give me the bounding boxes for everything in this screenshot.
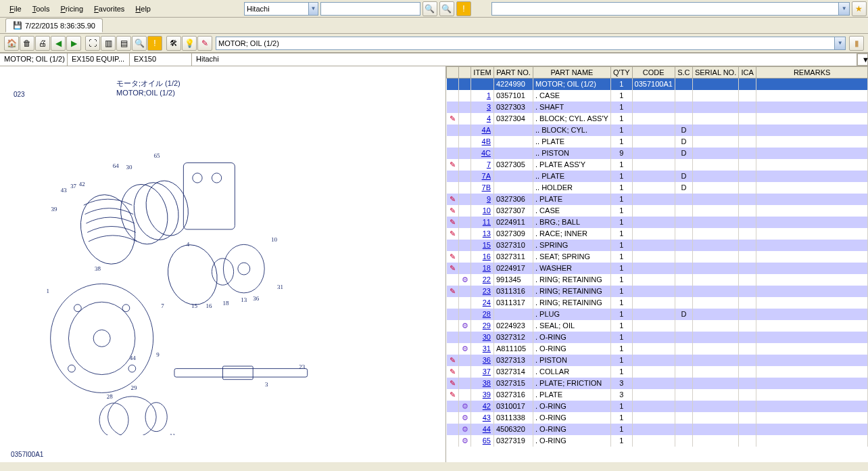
- table-row[interactable]: ✎130327309. RACE; INNER1: [447, 228, 868, 240]
- crumb-4[interactable]: Hitachi: [192, 53, 857, 66]
- table-row[interactable]: 28. PLUG1D: [447, 309, 868, 320]
- table-row[interactable]: 4C.. PISTON9D: [447, 148, 868, 159]
- search1-dropdown[interactable]: [320, 2, 420, 16]
- table-row[interactable]: ⚙22991345. RING; RETAINING1: [447, 274, 868, 286]
- menu-file[interactable]: File: [4, 3, 27, 15]
- table-row[interactable]: ⚙650327319. O-RING1: [447, 435, 868, 447]
- item-link[interactable]: 3: [487, 103, 491, 111]
- item-link[interactable]: 28: [483, 310, 491, 318]
- table-row[interactable]: 10357101. CASE1: [447, 90, 868, 102]
- diagram-pane[interactable]: 023 モータ;オイル (1/2) MOTOR;OIL (1/2) 0357I0…: [0, 66, 446, 462]
- table-row[interactable]: ✎230311316. RING; RETAINING1: [447, 286, 868, 297]
- item-link[interactable]: 13: [483, 229, 491, 238]
- bulb-icon[interactable]: 💡: [182, 36, 197, 51]
- menu-tools[interactable]: Tools: [27, 3, 55, 15]
- crumb-1[interactable]: MOTOR; OIL (1/2): [0, 53, 68, 66]
- table-row[interactable]: ✎90327306. PLATE1: [447, 194, 868, 205]
- table-row[interactable]: ✎370327314. COLLAR1: [447, 366, 868, 378]
- item-link[interactable]: 24: [483, 298, 491, 307]
- item-link[interactable]: 36: [483, 356, 491, 364]
- item-link[interactable]: 7B: [482, 183, 491, 192]
- item-link[interactable]: 4A: [482, 126, 491, 134]
- crumb-3[interactable]: EX150: [130, 53, 192, 66]
- th-partno[interactable]: PART NO.: [494, 67, 533, 78]
- table-row[interactable]: ⚙430311338. O-RING1: [447, 412, 868, 424]
- item-link[interactable]: 15: [483, 241, 491, 249]
- table-row[interactable]: 7A.. PLATE1D: [447, 171, 868, 182]
- item-link[interactable]: 4B: [482, 137, 491, 145]
- th-ica[interactable]: ICA: [739, 67, 756, 78]
- th-serial[interactable]: SERIAL NO.: [692, 67, 738, 78]
- th-code[interactable]: CODE: [632, 67, 675, 78]
- item-link[interactable]: 39: [483, 390, 491, 399]
- table-row[interactable]: ⚙31A811105. O-RING1: [447, 343, 868, 355]
- item-link[interactable]: 29: [483, 321, 491, 330]
- table-row[interactable]: 240311317. RING; RETAINING1: [447, 297, 868, 309]
- th-qty[interactable]: Q'TY: [610, 67, 632, 78]
- home-icon[interactable]: 🏠: [4, 36, 19, 51]
- item-link[interactable]: 16: [483, 252, 491, 261]
- item-link[interactable]: 23: [483, 287, 491, 295]
- th-remarks[interactable]: REMARKS: [756, 67, 868, 78]
- table-row[interactable]: ✎360327313. PISTON1: [447, 355, 868, 366]
- table-row[interactable]: ✎100327307. CASE1: [447, 205, 868, 217]
- edit-icon[interactable]: ✎: [197, 36, 212, 51]
- item-link[interactable]: 4: [487, 114, 491, 122]
- item-link[interactable]: 42: [483, 402, 491, 410]
- fit-icon[interactable]: ⛶: [85, 36, 100, 51]
- dropdown-arrow-icon[interactable]: ▼: [857, 53, 868, 66]
- crumb-2[interactable]: EX150 EQUIP...: [68, 53, 130, 66]
- item-link[interactable]: 4C: [481, 149, 491, 157]
- session-tab[interactable]: 💾 7/22/2015 8:36:35.90: [5, 18, 103, 32]
- parts-table-scroll[interactable]: ITEM PART NO. PART NAME Q'TY CODE S.C SE…: [446, 66, 868, 462]
- search-alt-icon[interactable]: 🔍: [439, 1, 454, 16]
- item-link[interactable]: 22: [483, 275, 491, 284]
- columns-icon[interactable]: ▥: [101, 36, 116, 51]
- item-link[interactable]: 30: [483, 333, 491, 341]
- item-link[interactable]: 7: [487, 160, 491, 169]
- table-row[interactable]: ⚙420310017. O-RING1: [447, 401, 868, 412]
- item-link[interactable]: 18: [483, 264, 491, 272]
- table-row[interactable]: 4B.. PLATE1D: [447, 136, 868, 148]
- brand-dropdown[interactable]: ▼: [244, 2, 318, 16]
- search1-input[interactable]: [321, 4, 420, 14]
- table-row[interactable]: 7B.. HOLDER1D: [447, 182, 868, 194]
- th-icon[interactable]: [459, 67, 471, 78]
- item-link[interactable]: 10: [483, 206, 491, 215]
- zoom-icon[interactable]: 🔍: [132, 36, 147, 51]
- title-dropdown[interactable]: ▼: [216, 37, 846, 50]
- table-row[interactable]: ✎70327305. PLATE ASS'Y1: [447, 159, 868, 171]
- item-link[interactable]: 31: [483, 344, 491, 353]
- th-sc[interactable]: S.C: [675, 67, 692, 78]
- item-link[interactable]: 65: [483, 436, 491, 445]
- table-row[interactable]: ✎110224911. BRG.; BALL1: [447, 217, 868, 228]
- table-row[interactable]: ⚙444506320. O-RING1: [447, 424, 868, 435]
- dropdown-arrow-icon[interactable]: ▼: [834, 37, 845, 49]
- warning-icon[interactable]: !: [147, 36, 162, 51]
- item-link[interactable]: 43: [483, 413, 491, 422]
- item-link[interactable]: 7A: [482, 172, 491, 180]
- menu-favorites[interactable]: Favorites: [89, 3, 130, 15]
- filter-icon[interactable]: 🗑: [20, 36, 34, 51]
- brand-dropdown-input[interactable]: [245, 4, 308, 14]
- favorite-add-icon[interactable]: ★: [852, 1, 867, 16]
- table-row[interactable]: ✎160327311. SEAT; SPRING1: [447, 251, 868, 263]
- table-row[interactable]: ✎40327304. BLOCK; CYL. ASS'Y1: [447, 113, 868, 125]
- search2-input[interactable]: [492, 4, 838, 14]
- table-row[interactable]: 150327310. SPRING1: [447, 240, 868, 251]
- table-row[interactable]: 30327303. SHAFT1: [447, 102, 868, 113]
- table-row[interactable]: 4A.. BLOCK; CYL.1D: [447, 125, 868, 136]
- table-row[interactable]: ⚙290224923. SEAL; OIL1: [447, 320, 868, 332]
- item-link[interactable]: 38: [483, 379, 491, 387]
- item-link[interactable]: 1: [487, 91, 491, 99]
- item-link[interactable]: 37: [483, 367, 491, 376]
- menu-help[interactable]: Help: [130, 3, 156, 15]
- table-row[interactable]: ✎180224917. WASHER1: [447, 263, 868, 274]
- menu-pricing[interactable]: Pricing: [55, 3, 89, 15]
- item-link[interactable]: 9: [487, 195, 491, 203]
- th-item[interactable]: ITEM: [471, 67, 494, 78]
- search-icon[interactable]: 🔍: [423, 1, 437, 16]
- print-icon[interactable]: 🖨: [35, 36, 50, 51]
- nav-back-icon[interactable]: ◀: [51, 36, 66, 51]
- page-icon[interactable]: ▤: [116, 36, 131, 51]
